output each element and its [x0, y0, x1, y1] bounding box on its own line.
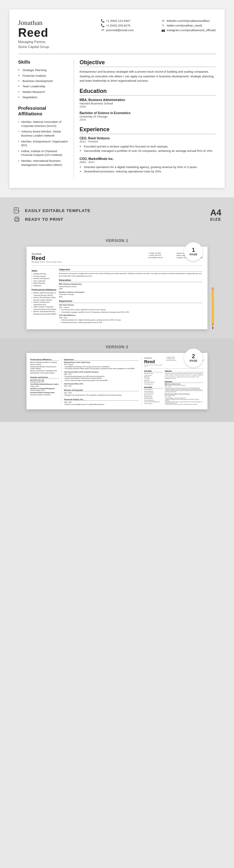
version2-container: 2 PAGE Professional Affiliations Member,… — [6, 353, 228, 409]
instagram-icon: 📷 — [161, 28, 165, 32]
mini-year-2-v1: 2004 — [59, 296, 203, 299]
v2-obj-title-r: Objective — [165, 370, 204, 372]
resume-header: Jonathan Reed Managing Partner, Stone Ca… — [18, 19, 216, 54]
v2-award-1-detail: Business World, 2020 — [30, 381, 59, 383]
v2-edu-detail-7-r: • Founder of the Investment Society of f… — [165, 404, 204, 405]
job-period-1: 2012 - Present — [80, 140, 216, 143]
linkedin-text: linkedin.com/in/jonathanreedbiz2 — [167, 19, 210, 23]
degree-2: Bachelor of Science in Economics — [80, 111, 216, 115]
v2-mini-soft-skills: Soft Skills Strategic Thinking Communica… — [144, 370, 164, 405]
v2-bullet-2: • Successfully executed multiple mergers… — [64, 368, 139, 370]
v2-dir-title: Director of Corporate — [64, 389, 139, 391]
mini-school-1-v1: Harvard Business School — [59, 286, 203, 288]
mini-skill-4-v1: Team Leadership — [31, 280, 56, 282]
v2-hard-title: Hard Skills — [144, 386, 164, 389]
marketing-item-2: READY TO PRINT — [12, 215, 90, 223]
mini-last-v1: Reed — [31, 255, 61, 261]
mini-body-v1: Skills Strategic Planning Financial Anal… — [31, 268, 203, 323]
bullet-2-1: Directed operations for a digital market… — [84, 165, 216, 169]
mini-resume-v1: Jonathan Reed Managing Partner, Stone Ca… — [27, 247, 207, 329]
v2-awards-title: Awards and Honors — [30, 376, 59, 378]
mini-bullet-1-2-v1: Successfully managed a portfolio of over… — [59, 311, 203, 314]
v2-dir-period: 2003 - 2008 — [64, 392, 139, 394]
degree-1: MBA, Business Administration — [80, 98, 216, 102]
page-label-v2: PAGE — [190, 359, 198, 362]
mini-resume-v2: Professional Affiliations Member, Nation… — [27, 353, 207, 409]
mini-skills-title-v1: Skills — [31, 270, 56, 272]
twitter-text: twitter.com/jonathan_reed2 — [167, 24, 202, 27]
editable-icon — [12, 206, 21, 215]
bullet-1-2: Successfully managed a portfolio of over… — [84, 149, 216, 153]
education-section: Education MBA, Business Administration H… — [80, 88, 216, 121]
v2-mini-title: Managing Partner, Stone Capital Group — [144, 364, 166, 367]
school-1: Harvard Business School — [80, 102, 216, 105]
affiliation-2: Advisory Board Member, Global Business L… — [18, 129, 68, 138]
v2-bullet-4: • Advisory Board Member, Global Business… — [64, 378, 139, 380]
v2-edu-detail-6-r: • Conducted independent research on glob… — [165, 401, 204, 404]
left-column: Skills Strategic Planning Financial Anal… — [18, 59, 68, 179]
mini-phone1-v1: +1 (555) 123-4567 — [148, 252, 174, 254]
pencil-container — [210, 287, 215, 332]
affiliation-3: Member, Entrepreneurs' Organization (EO) — [18, 139, 68, 148]
exp-entry-2: COO, MarketMinds Inc. 2008 - 2012 Direct… — [80, 157, 216, 174]
mini-job-1-v1: CEO, Reed Ventures — [59, 304, 203, 307]
v2-mini-email: yourmail@email.com — [166, 360, 184, 361]
skills-section: Skills Strategic Planning Financial Anal… — [18, 59, 68, 100]
size-label: SIZE — [210, 217, 222, 222]
contact-phone1: 📞 +1 (555) 123-4567 — [101, 19, 155, 23]
phone2-icon: 📞 — [101, 23, 105, 27]
version1-section: VERSION 1 1 PAGE Jonathan Reed Managing … — [0, 232, 234, 339]
job-period-2: 2008 - 2012 — [80, 161, 216, 164]
edu-entry-2: Bachelor of Science in Economics Univers… — [80, 111, 216, 121]
page-num-v2: 2 — [192, 353, 195, 359]
page-label-v1: PAGE — [190, 253, 198, 256]
mini-name-block-v1: Jonathan Reed Managing Partner, Stone Ca… — [31, 252, 61, 263]
v2-award-3: Excellence in Financial Management — [30, 388, 59, 390]
resume-card: Jonathan Reed Managing Partner, Stone Ca… — [9, 9, 225, 188]
mini-aff-3-v1: Member, Entrepreneurs' Organization (EO) — [31, 301, 56, 306]
mini-header-v1: Jonathan Reed Managing Partner, Stone Ca… — [31, 252, 203, 266]
contact-phone2: 📞 +1 (920) 205-6275 — [101, 23, 155, 27]
title-line2: Stone Capital Group — [18, 45, 49, 49]
marketing-banner-row: EASILY EDITABLE TEMPLATE READY TO PRINT … — [12, 206, 222, 223]
skill-5: Market Research — [18, 89, 68, 94]
svg-rect-9 — [211, 287, 214, 290]
mini-subtitle-v1: Managing Partner, Stone Capital Group — [31, 261, 61, 263]
v2-period-3: 2008 - 2012 — [64, 385, 139, 388]
affiliations-title: ProfessionalAffiliations — [18, 105, 68, 117]
mini-skill-1-v1: Strategic Planning — [31, 273, 56, 275]
phone1-text: +1 (555) 123-4567 — [106, 19, 130, 23]
skills-list: Strategic Planning Financial Analysis Bu… — [18, 67, 68, 100]
mini-aff-5-v1: Member, International Business Managemen… — [31, 311, 56, 315]
v2-bullet-5: • Led the company through a restructurin… — [64, 380, 139, 382]
job-title-1: CEO, Reed Ventures — [80, 136, 216, 140]
mini-year-1-v1: 2008 — [59, 288, 203, 290]
v2-dir-bullet-1: • Managed cross-functional teams of 50+ … — [64, 394, 139, 397]
skills-title: Skills — [18, 59, 68, 65]
v2-year-2-r: 1997 - 2001 — [165, 396, 204, 397]
first-name: Jonathan — [18, 19, 49, 27]
mini-skill-2-v1: Financial Analysis — [31, 275, 56, 278]
v2-aff-title: Professional Affiliations — [30, 359, 59, 361]
page-num-v1: 1 — [192, 247, 195, 253]
mini-job-2-v1: COO, MarketMinds Inc. — [59, 314, 203, 317]
v2-edu-title-r: Education — [165, 381, 204, 383]
right-column: Objective Entrepreneur and business stra… — [80, 59, 216, 179]
mini-skill-3-v1: Business Development — [31, 278, 56, 280]
bullet-2-2: Streamlined processes, reducing operatio… — [84, 169, 216, 174]
v2-mini-body: Soft Skills Strategic Thinking Communica… — [144, 370, 204, 405]
v2-mini-phone1: +1 (000) 123-4567 — [166, 357, 184, 358]
v2-job-1: Managing Partner, Stone Capital Group — [64, 362, 139, 364]
v2-award-1: Best CEO of the Year — [30, 379, 59, 382]
instagram-text: instagram.com/jonathanreed_official2 — [167, 28, 216, 32]
mini-aff-1-v1: Member, National Association of Corporat… — [31, 292, 56, 297]
page-badge-v2: 2 PAGE — [184, 348, 203, 367]
v2-award-4: Innovative Business Strategy Award — [30, 392, 59, 394]
v2-aff-4: Brand Member, Teen Investors Alliance — [30, 372, 59, 374]
mini-bullet-2-1-v1: Directed operations for a digital market… — [59, 319, 203, 321]
mini-bullet-1-1-v1: Founded and led a venture capital firm f… — [59, 309, 203, 311]
experience-section: Experience CEO, Reed Ventures 2012 - Pre… — [80, 126, 216, 174]
mini-edu-title-v1: Education — [59, 279, 203, 282]
svg-marker-10 — [211, 323, 214, 328]
v2-mini-cursive: Jonathan — [144, 357, 166, 359]
